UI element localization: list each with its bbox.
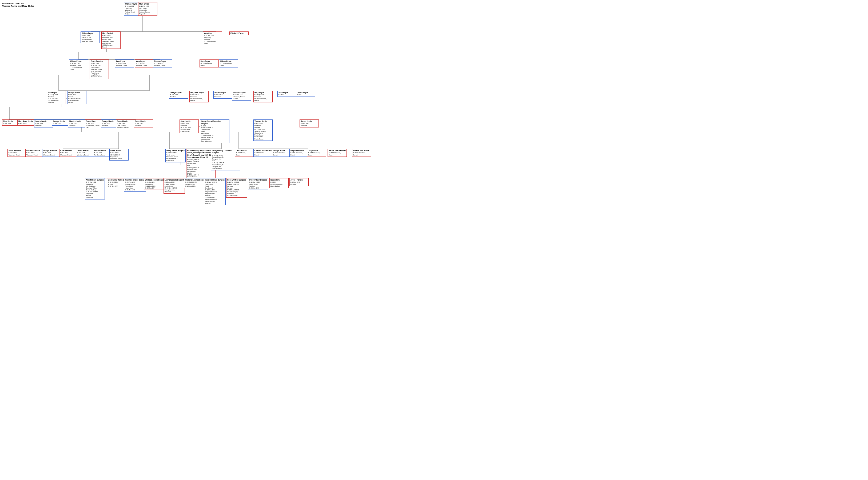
person-box-mary_ann_payne: Mary Ann PayneB: Abt. 1812 Wareham D: 18… bbox=[189, 91, 209, 102]
person-details-cyril_sydney_burgess: B: 19 Oct 1909 9 Clifton Street, Peckham… bbox=[249, 181, 267, 189]
person-details-rachel_grace_hordle: B: 1883 Wareham, Dorset bbox=[329, 152, 346, 156]
person-name-william_payne_1814: William Payne bbox=[214, 92, 231, 94]
person-details-nancy_kirk: B: 1932 Musgrave Nursing Home, Belfast bbox=[271, 181, 287, 187]
person-details-martha_jane_hordle: B: 1886 Wareham, Dorset bbox=[353, 152, 370, 156]
person-details-james_hordle: B: Abt. 1830 Wareham bbox=[35, 123, 52, 126]
person-box-james_hordle_1875: James HordleB: Abt. 1875 Wareham, Dorset bbox=[76, 149, 95, 157]
person-name-mary_ann_payne: Mary Ann Payne bbox=[190, 92, 208, 94]
person-details-mary_payne_1835: B: 15 Apr 1835 Wareham D: 1877 Wareham, … bbox=[254, 94, 272, 102]
person-box-william_payne_1814: William PayneB: Abt. 1814 Wareham bbox=[213, 91, 232, 99]
person-box-stephen_payne: Stephen PayneB: 05 Jan 1832 Wareham, Dor… bbox=[232, 91, 251, 100]
person-box-cyril_sydney_burgess: Cyril Sydney BurgessB: 19 Oct 1909 9 Cli… bbox=[248, 178, 268, 190]
person-name-winifred_jessie: Winifred Jessie Bezzant bbox=[145, 179, 165, 181]
person-name-james_hordle_1875: James Hordle bbox=[77, 150, 94, 152]
person-name-henry_james_burgess: Henry James Burgess bbox=[166, 150, 185, 152]
person-name-thomas_payne_1787: Thomas Payne bbox=[154, 60, 171, 62]
person-box-john_payne_1807: John PayneB: 1807 bbox=[277, 91, 297, 97]
person-details-mary_anne_hordle: B: Abt. 1829 bbox=[19, 123, 35, 125]
person-name-laura_hordle: Laura Hordle bbox=[236, 150, 253, 152]
person-details-stephen_payne: B: 05 Jan 1832 Wareham, Dorset D: 1910 bbox=[233, 94, 250, 99]
person-details-mary_chiles: B: 11 Apr 1737 Holy Trinity, Milborne St… bbox=[139, 5, 156, 15]
person-details-william_payne_1783: B: 06 Dec 1783 Wareham, Dorset D: 1836 W… bbox=[70, 63, 87, 70]
person-details-winifred_jessie: B: 01 Dec 1904 Paddington M: 21 Dec 1924… bbox=[145, 181, 165, 189]
person-name-charles_thomas_hordle: Charles Thomas Hordle bbox=[254, 150, 274, 152]
person-name-william_payne_1783: William Payne bbox=[70, 60, 87, 62]
person-box-grace_parmiter: Grace ParmiterB: Abt. 1778 M: 05 Dec 180… bbox=[90, 60, 109, 79]
person-details-james_payne_1817: B: 1817 bbox=[297, 94, 314, 96]
person-name-sarah_j_hordle: Sarah J Hordle bbox=[8, 150, 26, 152]
person-details-mary_baskett: B: Abt. 1744 D: 04 Mar 1793 Lady St Mary… bbox=[102, 35, 120, 48]
person-box-william_payne_1768: William PayneD: 1798 Wareham, Dorset bbox=[219, 60, 238, 67]
person-name-elizabeth_hordle: Elizabeth Hordle bbox=[26, 150, 43, 152]
person-box-harold_burgess: Harold William BurgessB: 19 Mar 1907 12 … bbox=[204, 178, 226, 205]
person-details-elizabeth_lucy_hely: B: 05 May 1865 2 Richard Street, St Geor… bbox=[187, 159, 214, 180]
person-details-lucy_hordle: B: 1881 Wareham, Dorset bbox=[308, 152, 325, 156]
person-name-kate_r_hordle: Kate R Hordle bbox=[60, 150, 78, 152]
person-details-frederick_burgess: B: 09 Jul 1900 48 Sturgeon Road D: 10 Ma… bbox=[185, 181, 206, 187]
person-details-eliza_payne: B: 13 Sep 1803 Wareham D: 24 Nov 1889 Th… bbox=[48, 94, 65, 103]
person-details-grace_parmiter: B: Abt. 1778 M: 05 Dec 1802 Lady St Mary… bbox=[91, 63, 108, 78]
person-name-jane_hordle: Jane Hordle bbox=[181, 120, 198, 122]
person-box-bertie_hordle: Bertie HordleB: Abt. 1880 11 Oct 1935 4 … bbox=[110, 149, 129, 161]
person-box-joyce_fondini: Joyce I FondiniB: 37 Jul 1945 D: 1949 bbox=[289, 178, 309, 186]
person-details-henry_burgess: B: 1838 M: 01 Jan 1925 St George in the … bbox=[201, 125, 228, 142]
chart-container: Descendant Chart for Thomas Payne and Ma… bbox=[0, 0, 868, 480]
person-name-mary_chiles: Mary Chiles bbox=[139, 3, 156, 5]
person-box-rachel_grace_hordle: Rachel Grace HordleB: 1883 Wareham, Dors… bbox=[328, 149, 347, 157]
person-box-george_hordle: George HordleB: Abt. 1801 Dorset M: 26 D… bbox=[67, 91, 86, 104]
person-box-henry_burgess: Henry Conrad Cornelius BurgessB: 1838 M:… bbox=[200, 120, 229, 143]
chart-title: Descendant Chart for Thomas Payne and Ma… bbox=[2, 2, 34, 8]
person-name-george_hordle_1877: George Hordle bbox=[273, 150, 290, 152]
person-box-james_hordle: James HordleB: Abt. 1830 Wareham bbox=[34, 120, 53, 127]
person-name-james_payne_1817: James Payne bbox=[297, 92, 314, 94]
person-details-charles_hordle: B: Abt. 1833 Wareham bbox=[69, 123, 86, 126]
person-details-rachel_hordle: B: Abt. 1847 Wareham bbox=[301, 123, 318, 126]
person-details-laura_hordle: B: 1874 Poole, Dorset bbox=[236, 152, 253, 156]
person-box-william_payne_1783: William PayneB: 06 Dec 1783 Wareham, Dor… bbox=[69, 60, 88, 71]
person-name-sarah_hordle: Sarah Hordle bbox=[117, 120, 134, 122]
person-name-william_hordle: William Hordle bbox=[94, 150, 111, 152]
person-box-mary_payne_1787: Mary PayneB: 13 Jul 1787 Wareham, Dorset bbox=[135, 60, 154, 67]
person-name-mary_payne_1765: Mary Payne bbox=[200, 60, 218, 62]
person-details-kate_r_hordle: B: Abt. 1873 Wareham, Dorset bbox=[60, 152, 78, 156]
person-box-thomas_payne_1787: Thomas PayneB: 13 Jul 1787 Wareham, Dors… bbox=[153, 60, 172, 67]
person-box-mary_chiles: Mary ChilesB: 11 Apr 1737 Holy Trinity, … bbox=[138, 2, 157, 16]
person-details-george_hordle_1831: B: Abt. 1831 bbox=[53, 123, 70, 125]
person-name-eliza_payne: Eliza Payne bbox=[48, 92, 65, 94]
person-details-george_hordle: B: Abt. 1801 Dorset M: 26 Dec 1825 St Ma… bbox=[68, 94, 85, 103]
person-box-charles_thomas_hordle: Charles Thomas HordleB: 1877 Poole, Dors… bbox=[253, 149, 275, 157]
connector-lines bbox=[0, 0, 868, 480]
person-name-grace_hordle: Grace Hordle bbox=[135, 120, 152, 122]
person-name-lucy_elizabeth: Lucy Elizabeth Bezzant bbox=[164, 179, 184, 181]
person-details-john_payne_1789: B: 10 Oct 1789 Wareham, Dorset bbox=[116, 63, 133, 66]
person-box-laura_hordle: Laura HordleB: 1874 Poole, Dorset bbox=[235, 149, 254, 157]
person-box-mary_payne_1835: Mary PayneB: 15 Apr 1835 Wareham D: 1877… bbox=[253, 91, 273, 102]
person-name-william_payne_1740: William Payne bbox=[82, 32, 99, 34]
person-box-george_hordle_1877: George HordleB: 1877 Wareham, Dorset bbox=[272, 149, 291, 157]
person-box-thomas_hordle: Thomas HordleB: Abt. 1844 Westbury, Wilt… bbox=[253, 120, 273, 141]
person-name-george_hordle_1831: George Hordle bbox=[53, 120, 70, 122]
person-box-sarah_hordle: Sarah HordleB: Abt. 1840 Lady St Mary, W… bbox=[116, 120, 135, 129]
person-details-mary_ann_payne: B: Abt. 1812 Wareham D: 1878 Wareham, Do… bbox=[190, 94, 208, 102]
person-name-joyce_fondini: Joyce I Fondini bbox=[290, 179, 308, 181]
person-details-thomas_hordle: B: Abt. 1844 Westbury, Wiltshire M: 11 M… bbox=[254, 123, 272, 140]
person-box-henry_james_burgess: Henry James BurgessB: 16 Feb 1867 Trinit… bbox=[165, 149, 186, 162]
person-box-rachel_hordle: Rachel HordleB: Abt. 1847 Wareham bbox=[300, 120, 319, 127]
person-box-reginald_walter: Reginald Walter BezzantB: 20 Feb 1897 Po… bbox=[124, 178, 146, 192]
person-box-john_payne_1789: John PayneB: 10 Oct 1789 Wareham, Dorset bbox=[115, 60, 134, 67]
person-box-grace_hordle: Grace HordleB: Abt. 1843 Wareham bbox=[134, 120, 153, 127]
person-name-bertie_hordle: Bertie Hordle bbox=[111, 150, 127, 152]
person-name-martha_jane_hordle: Martha Jane Hordle bbox=[353, 150, 370, 152]
person-name-james_hordle: James Hordle bbox=[35, 120, 52, 122]
person-box-george_h_hordle: George H HordleB: Abt. 1870 Wareham, Dor… bbox=[42, 149, 61, 157]
person-box-rose_winfred_burgess: Rose Winfred BurgessB: 15 Apr 1905 22 Gr… bbox=[226, 178, 247, 198]
person-details-emma_baker: B: Abt. 1835 M: Wareham, Dorset 1863 bbox=[86, 123, 103, 128]
person-details-thomas_payne_1787: B: 13 Jul 1787 Wareham, Dorset bbox=[154, 63, 171, 66]
person-box-winifred_jessie: Winifred Jessie BezzantB: 01 Dec 1904 Pa… bbox=[144, 178, 166, 190]
person-details-mary_corn: M: 11 Apr 1762 Holy Trinity, Wareham D: … bbox=[204, 35, 221, 44]
person-name-charles_hordle: Charles Hordle bbox=[69, 120, 86, 122]
person-details-bertie_hordle: B: Abt. 1880 11 Oct 1935 4 Kings Road Wa… bbox=[111, 152, 127, 160]
person-details-albert_burgess: B: 31 Mar 1893 Paddington 136 Gladstone … bbox=[86, 181, 104, 198]
person-details-grace_hordle: B: Abt. 1843 Wareham bbox=[135, 123, 152, 126]
person-name-mary_corn: Mary Corn bbox=[204, 32, 221, 34]
